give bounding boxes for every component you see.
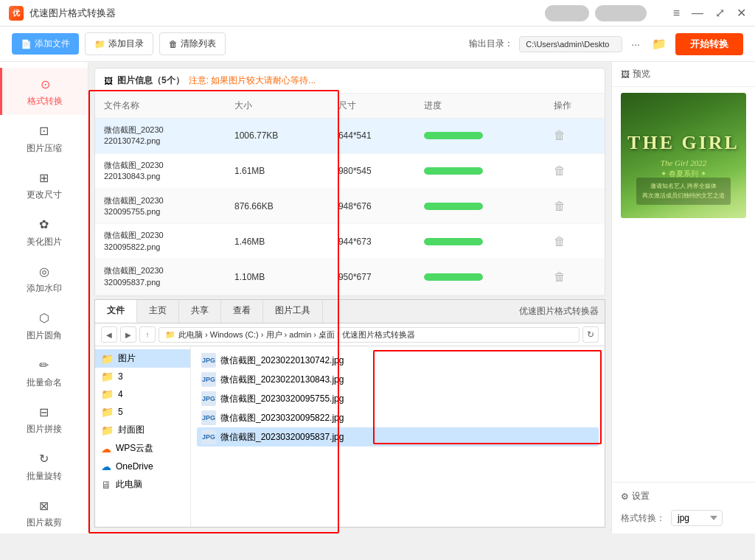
explorer-sidebar-label: 5 [118, 407, 123, 417]
sidebar-item-compress[interactable]: ⊡ 图片压缩 [0, 115, 88, 162]
avatar-1 [545, 5, 589, 21]
folder-icon: 📁 [101, 371, 114, 382]
sidebar-label-watermark: 添加水印 [27, 283, 62, 295]
format-select[interactable]: jpgpngbmpgifwebptiff [671, 510, 723, 526]
clear-list-button[interactable]: 🗑 清除列表 [159, 32, 226, 55]
delete-button[interactable]: 🗑 [554, 200, 566, 213]
sidebar-item-stitch[interactable]: ⊟ 图片拼接 [0, 396, 88, 443]
explorer-file-item[interactable]: JPG 微信截图_20230320095822.jpg [197, 408, 599, 427]
refresh-button[interactable]: ↻ [582, 326, 599, 343]
preview-subtitle: The Girl 2022 ✦ 春夏系列 ✦ [661, 158, 706, 179]
cell-dims: 948*676 [330, 189, 415, 224]
sidebar-item-resize[interactable]: ⊞ 更改尺寸 [0, 161, 88, 209]
sidebar-item-format[interactable]: ⊙ 格式转换 [0, 68, 88, 115]
col-ops: 操作 [545, 94, 605, 119]
explorer-file-name: 微信截图_20230320095755.jpg [220, 393, 344, 405]
cell-dims: 950*677 [330, 259, 415, 295]
sidebar-item-rotate[interactable]: ↻ 批量旋转 [0, 443, 88, 490]
table-row[interactable]: 微信截图_20230220130843.png 1.61MB 980*545 🗑 [95, 153, 605, 189]
progress-bar-wrap [424, 167, 483, 175]
delete-button[interactable]: 🗑 [554, 235, 566, 248]
cell-size: 1006.77KB [226, 119, 330, 154]
table-row[interactable]: 微信截图_20230320095822.png 1.46MB 944*673 🗑 [95, 224, 605, 259]
cell-size: 1.10MB [226, 259, 330, 295]
sidebar-item-beautify[interactable]: ✿ 美化图片 [0, 209, 88, 256]
sidebar-label-resize: 更改尺寸 [27, 189, 62, 201]
tab-file[interactable]: 文件 [95, 300, 137, 323]
cell-dims: 944*673 [330, 224, 415, 259]
explorer-sidebar-5[interactable]: 📁 5 [95, 403, 190, 421]
explorer-sidebar-label: WPS云盘 [116, 442, 153, 455]
explorer-file-item[interactable]: JPG 微信截图_20230220130742.jpg [197, 351, 599, 370]
explorer-sidebar-wps[interactable]: ☁ WPS云盘 [95, 439, 190, 458]
cell-progress [415, 153, 545, 189]
tab-share[interactable]: 共享 [179, 300, 221, 323]
sidebar-item-watermark[interactable]: ◎ 添加水印 [0, 255, 88, 302]
explorer-file-name: 微信截图_20230220130843.jpg [220, 374, 344, 386]
sidebar: ⊙ 格式转换 ⊡ 图片压缩 ⊞ 更改尺寸 ✿ 美化图片 ◎ 添加水印 ⬡ 图片圆… [0, 62, 88, 533]
table-row[interactable]: 微信截图_20230320095837.png 1.10MB 950*677 🗑 [95, 259, 605, 295]
add-file-button[interactable]: 📄 添加文件 [12, 33, 79, 55]
explorer-file-item[interactable]: JPG 微信截图_20230320095837.jpg [197, 427, 599, 447]
explorer-sidebar-coverimg[interactable]: 📁 封面图 [95, 421, 190, 439]
maximize-btn[interactable]: ⤢ [715, 7, 725, 19]
progress-bar-wrap [424, 132, 483, 139]
dots-button[interactable]: ··· [628, 37, 643, 52]
folder-browse-button[interactable]: 📁 [649, 35, 669, 52]
progress-bar-fill [424, 203, 483, 210]
nav-up[interactable]: ↑ [139, 326, 156, 343]
progress-bar-wrap [424, 238, 483, 245]
app-title: 优速图片格式转换器 [29, 7, 116, 20]
close-btn[interactable]: ✕ [737, 7, 746, 19]
nav-forward[interactable]: ▶ [120, 326, 136, 343]
settings-section: ⚙ 设置 格式转换： jpgpngbmpgifwebptiff [612, 482, 755, 533]
sidebar-item-rename[interactable]: ✏ 批量命名 [0, 349, 88, 396]
explorer-file-item[interactable]: JPG 微信截图_20230220130843.jpg [197, 370, 599, 389]
file-explorer: 文件 主页 共享 查看 图片工具 优速图片格式转换器 ◀ ▶ ↑ [94, 299, 605, 528]
tab-home[interactable]: 主页 [137, 300, 179, 323]
output-label: 输出目录： [469, 38, 513, 50]
add-dir-button[interactable]: 📁 添加目录 [85, 32, 153, 55]
delete-button[interactable]: 🗑 [554, 129, 566, 142]
file-icon: JPG [201, 410, 216, 425]
tab-view[interactable]: 查看 [221, 300, 263, 323]
preview-title: THE GIRL [627, 132, 740, 154]
app-window: 优 优速图片格式转换器 ≡ — ⤢ ✕ 📄 添加文件 📁 添加目录 🗑 清除列表 [0, 0, 755, 533]
sidebar-item-round[interactable]: ⬡ 图片圆角 [0, 302, 88, 349]
explorer-sidebar-thispc[interactable]: 🖥 此电脑 [95, 475, 190, 494]
delete-button[interactable]: 🗑 [554, 164, 566, 178]
explorer-sidebar-label: 图片 [118, 352, 136, 365]
table-row[interactable]: 微信截图_20230220130742.png 1006.77KB 644*54… [95, 119, 605, 154]
explorer-sidebar-onedrive[interactable]: ☁ OneDrive [95, 458, 190, 475]
explorer-app-title: 优速图片格式转换器 [519, 305, 599, 318]
table-row[interactable]: 微信截图_20230320095755.png 876.66KB 948*676… [95, 189, 605, 224]
col-dims: 尺寸 [330, 94, 415, 119]
progress-bar-fill [424, 238, 483, 245]
tab-image-tools[interactable]: 图片工具 [263, 300, 323, 323]
main-toolbar: 📄 添加文件 📁 添加目录 🗑 清除列表 输出目录： C:\Users\admi… [0, 27, 755, 62]
add-file-icon: 📄 [21, 39, 32, 49]
sidebar-icon-compress: ⊡ [35, 122, 53, 140]
preview-image-area: THE GIRL The Girl 2022 ✦ 春夏系列 ✦ 邀请知名艺人 跨… [612, 87, 755, 482]
explorer-sidebar-pictures[interactable]: 📁 图片 [95, 349, 190, 368]
explorer-file-name: 微信截图_20230320095822.jpg [220, 412, 344, 424]
nav-back[interactable]: ◀ [101, 326, 117, 343]
output-path: C:\Users\admin\Deskto [519, 36, 622, 52]
explorer-sidebar: 📁 图片 📁 3 📁 4 📁 5 📁 封面图 ☁ WPS云盘 ☁ OneDriv… [95, 346, 191, 527]
toolbar-right: 输出目录： C:\Users\admin\Deskto ··· 📁 开始转换 [469, 33, 743, 55]
cloud2-icon: ☁ [101, 461, 111, 472]
folder-icon: 📁 [101, 353, 114, 365]
sidebar-item-crop[interactable]: ⊠ 图片裁剪 [0, 489, 88, 533]
explorer-sidebar-4[interactable]: 📁 4 [95, 385, 190, 403]
explorer-file-item[interactable]: JPG 微信截图_20230320095755.jpg [197, 389, 599, 408]
preview-description: 邀请知名艺人 跨界全媒体 再次激活成员们独特的文艺之道 [636, 178, 731, 205]
format-label: 格式转换： [621, 512, 665, 525]
menu-btn[interactable]: ≡ [673, 7, 680, 19]
start-convert-button[interactable]: 开始转换 [675, 33, 743, 55]
explorer-file-name: 微信截图_20230220130742.jpg [220, 354, 344, 367]
sidebar-icon-watermark: ◎ [35, 262, 53, 280]
delete-button[interactable]: 🗑 [554, 270, 566, 284]
minimize-btn[interactable]: — [692, 7, 703, 19]
explorer-sidebar-3[interactable]: 📁 3 [95, 368, 190, 385]
folder-icon: 📁 [101, 388, 114, 400]
